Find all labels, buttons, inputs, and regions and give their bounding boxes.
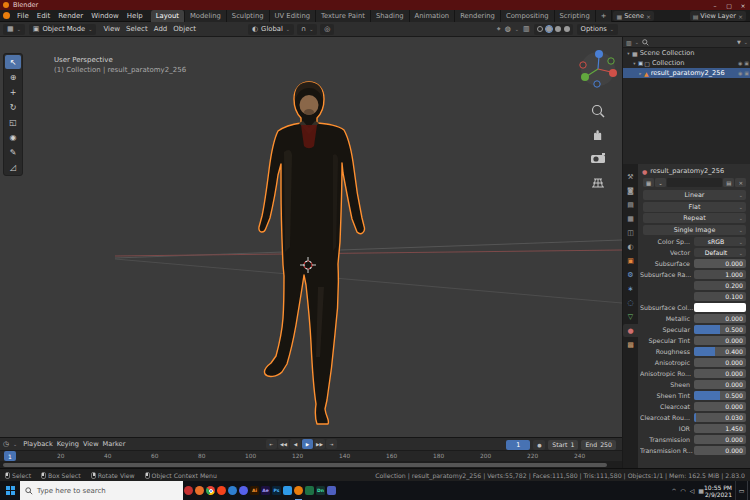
expand-caret-icon[interactable]: ▾: [631, 61, 638, 66]
properties-tab-physics[interactable]: ◌: [623, 296, 638, 309]
workspace-tab-scripting[interactable]: Scripting: [555, 10, 596, 22]
property-anisotropic-ro-field[interactable]: 0.000: [694, 369, 746, 378]
expand-caret-icon[interactable]: ▸: [637, 71, 644, 76]
filter-funnel-icon[interactable]: ▼: [737, 39, 741, 45]
rotate-tool-button[interactable]: ↻: [5, 100, 21, 114]
annotate-tool-button[interactable]: ✎: [5, 145, 21, 159]
auto-keying-button[interactable]: ●: [533, 440, 545, 450]
transform-orientation-dropdown[interactable]: ◐ Global ⌄: [248, 24, 294, 35]
toolheader-menu-view[interactable]: View: [100, 25, 123, 33]
property-item-field[interactable]: 0.100: [694, 292, 746, 301]
transform-tool-button[interactable]: ◉: [5, 130, 21, 144]
workspace-tab-animation[interactable]: Animation: [410, 10, 456, 22]
play-button[interactable]: ▶: [302, 439, 313, 449]
timeline-editor-icon[interactable]: ◷: [3, 440, 9, 448]
cursor-tool-button[interactable]: ⊕: [5, 70, 21, 84]
material-preview-icon[interactable]: [555, 26, 561, 32]
taskbar-edge-icon[interactable]: [227, 481, 238, 500]
viewport-scene[interactable]: [0, 37, 622, 437]
notification-center-icon[interactable]: ▭: [735, 481, 747, 500]
property-transmission-field[interactable]: 0.000: [694, 435, 746, 444]
taskbar-illustrator-icon[interactable]: Ai: [249, 481, 260, 500]
property-specular-tint-field[interactable]: 0.000: [694, 336, 746, 345]
jump-to-prev-keyframe-button[interactable]: ◀◀: [278, 439, 289, 449]
property-subsurface-ra-field[interactable]: 1.000: [694, 270, 746, 279]
dropdown-repeat[interactable]: Repeat⌄: [643, 213, 746, 223]
taskbar-firefox-icon[interactable]: [194, 481, 205, 500]
scale-tool-button[interactable]: ◱: [5, 115, 21, 129]
workspace-tab-uv-editing[interactable]: UV Editing: [270, 10, 316, 22]
blender-logo-icon[interactable]: [3, 12, 10, 19]
taskbar-excel-icon[interactable]: [304, 481, 315, 500]
workspace-tab-modeling[interactable]: Modeling: [185, 10, 227, 22]
menu-edit[interactable]: Edit: [33, 10, 55, 22]
rendered-shading-icon[interactable]: [564, 26, 570, 32]
start-button[interactable]: [0, 481, 20, 500]
timeline-scrollbar[interactable]: [0, 461, 622, 468]
camera-view-button[interactable]: [591, 153, 605, 163]
workspace-tab-sculpting[interactable]: Sculpting: [227, 10, 270, 22]
current-frame-field[interactable]: 1: [506, 440, 530, 450]
wireframe-shading-icon[interactable]: [537, 26, 543, 32]
property-transmission-r-field[interactable]: 0.000: [694, 446, 746, 455]
zoom-button[interactable]: [593, 106, 605, 118]
properties-tab-object[interactable]: ▣: [623, 254, 638, 267]
scene-selector[interactable]: ▦ Scene ×: [613, 11, 654, 21]
scrollbar-thumb[interactable]: [3, 463, 607, 467]
outliner-row-scene-collection[interactable]: ▾▦Scene Collection: [623, 48, 750, 58]
properties-tab-output[interactable]: ▤: [623, 198, 638, 211]
properties-tab-material[interactable]: ●: [623, 324, 638, 337]
property-clearcoat-rou-field[interactable]: 0.030: [694, 413, 746, 422]
solid-shading-icon[interactable]: [546, 26, 552, 32]
toolheader-menu-add[interactable]: Add: [151, 25, 171, 33]
workspace-tab-layout[interactable]: Layout: [151, 10, 185, 22]
property-roughness-field[interactable]: 0.400: [694, 347, 746, 356]
measure-tool-button[interactable]: ◿: [5, 160, 21, 174]
taskbar-dimension-icon[interactable]: Dn: [315, 481, 326, 500]
workspace-tab-compositing[interactable]: Compositing: [501, 10, 555, 22]
property-item-field[interactable]: 0.200: [694, 281, 746, 290]
unlink-scene-icon[interactable]: ×: [646, 13, 651, 20]
toolheader-menu-select[interactable]: Select: [123, 25, 151, 33]
taskbar-chrome-icon[interactable]: [205, 481, 216, 500]
properties-tab-world[interactable]: ◐: [623, 240, 638, 253]
hide-in-viewport-eye-icon[interactable]: ◉: [738, 70, 742, 76]
tray-network-icon[interactable]: ◠: [680, 487, 685, 494]
outliner-row-result-paratomy2-256[interactable]: ▸▲result_paratomy2_256◉▣: [623, 68, 750, 78]
projection-toggle-button[interactable]: [592, 179, 604, 187]
taskbar-search-input[interactable]: Type here to search: [20, 481, 183, 500]
minimize-button[interactable]: –: [708, 0, 722, 10]
close-button[interactable]: ×: [736, 0, 750, 10]
property-sheen-tint-field[interactable]: 0.500: [694, 391, 746, 400]
dropdown-single-image[interactable]: Single Image⌄: [643, 225, 746, 235]
workspace-tab-rendering[interactable]: Rendering: [455, 10, 501, 22]
taskbar-clock[interactable]: 10:55 PM 2/9/2021: [704, 484, 732, 498]
image-name-field[interactable]: [667, 178, 722, 187]
properties-tab-texture[interactable]: ▩: [623, 338, 638, 351]
properties-tab-render[interactable]: ◙: [623, 184, 638, 197]
outliner-row-collection[interactable]: ▾▣▢Collection◉▣: [623, 58, 750, 68]
move-view-hand-button[interactable]: [594, 130, 601, 140]
properties-tab-scene[interactable]: ◫: [623, 226, 638, 239]
workspace-tab-texture-paint[interactable]: Texture Paint: [316, 10, 371, 22]
jump-to-next-keyframe-button[interactable]: ▶▶: [314, 439, 325, 449]
jump-to-start-button[interactable]: ⇤: [266, 439, 277, 449]
menu-window[interactable]: Window: [87, 10, 123, 22]
search-icon[interactable]: [642, 39, 649, 46]
tray-volume-icon[interactable]: ◁: [690, 487, 695, 494]
menu-help[interactable]: Help: [123, 10, 147, 22]
options-dropdown[interactable]: Options ⌄: [577, 24, 618, 35]
properties-tab-modifiers[interactable]: ⚙: [623, 268, 638, 281]
disable-in-render-camera-icon[interactable]: ▣: [744, 60, 749, 66]
play-reverse-button[interactable]: ◀: [290, 439, 301, 449]
end-frame-field[interactable]: End 250: [581, 440, 616, 450]
taskbar-brave-icon[interactable]: [216, 481, 227, 500]
unlink-image-button[interactable]: ×: [735, 178, 746, 187]
outliner-editor-icon[interactable]: ▥: [626, 39, 632, 46]
taskbar-blender-icon[interactable]: [293, 481, 304, 500]
dropdown-linear[interactable]: Linear⌄: [643, 190, 746, 200]
maximize-button[interactable]: ▢: [722, 0, 736, 10]
properties-tab-object-data[interactable]: ▽: [623, 310, 638, 323]
jump-to-end-button[interactable]: ⇥: [326, 439, 337, 449]
property-ior-field[interactable]: 1.450: [694, 424, 746, 433]
